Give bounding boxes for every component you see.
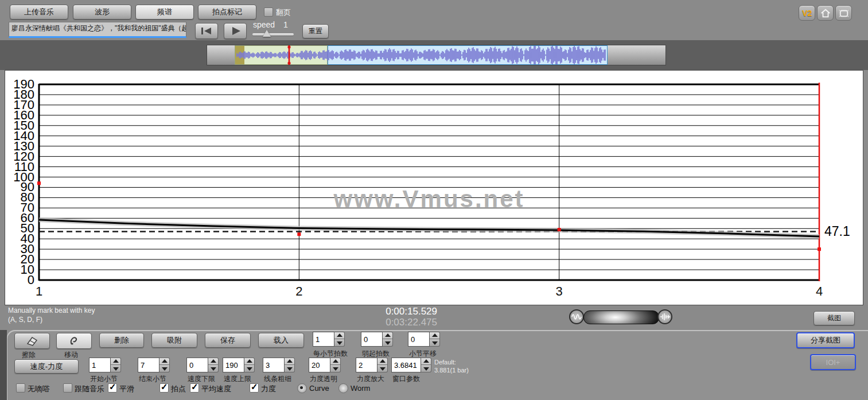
spectrum-button[interactable]: 频谱 <box>135 5 194 20</box>
waveform-overview-strip[interactable] <box>207 45 666 65</box>
curve-radio-label: Curve <box>309 384 329 393</box>
svg-text:47.1: 47.1 <box>824 224 850 239</box>
waveform-arrow-button[interactable] <box>657 309 672 324</box>
start-bar-arrows[interactable] <box>111 358 121 372</box>
tempo-chart[interactable]: 0102030405060708090100110120130140150160… <box>5 71 863 305</box>
line-width-label: 线条粗细 <box>264 374 291 384</box>
vmus-app: 上传音乐 波形 频谱 拍点标记 翻页 廖昌永深情献唱《共和国之恋》，"我和我的祖… <box>0 0 868 400</box>
share-screenshot-button[interactable]: 分享截图 <box>796 332 855 348</box>
beats-per-bar-arrows[interactable] <box>334 332 345 347</box>
average-tempo-label: 平均速度 <box>201 384 231 394</box>
dynamics-opacity-arrows[interactable] <box>330 358 341 372</box>
no-tick-checkbox[interactable] <box>16 383 25 393</box>
dynamics-scale-label: 力度放大 <box>357 374 384 384</box>
beats-per-bar-value[interactable]: 1 <box>313 332 334 347</box>
flip-page-label: 翻页 <box>276 7 291 18</box>
curve-radio[interactable] <box>297 383 307 393</box>
end-bar-arrows[interactable] <box>159 358 170 372</box>
tempo-dynamics-mode-button[interactable]: 速度-力度 <box>14 359 79 374</box>
bar-shift-arrows[interactable] <box>430 332 440 347</box>
end-bar-value[interactable]: 7 <box>138 358 159 372</box>
skip-start-button[interactable] <box>195 23 218 39</box>
tempo-min-arrows[interactable] <box>208 358 219 372</box>
smooth-label: 平滑 <box>119 384 134 394</box>
dynamics-checkbox[interactable] <box>250 383 259 393</box>
window-param-label: 窗口参数 <box>392 374 420 384</box>
move-tool-label: 移动 <box>64 350 78 360</box>
pickup-beats-arrows[interactable] <box>383 332 393 347</box>
beat-points-checkbox[interactable] <box>159 383 169 393</box>
waveform-arrow-icon <box>659 312 671 321</box>
reset-button[interactable]: 重置 <box>302 24 329 38</box>
default-note-line1: Default: <box>434 359 456 366</box>
worm-radio-label: Worm <box>351 384 370 393</box>
bar-shift-spinner[interactable]: 0 <box>408 332 440 347</box>
waveform-plot[interactable] <box>207 45 664 65</box>
tempo-max-spinner[interactable]: 190 <box>223 358 255 372</box>
top-toolbar: 上传音乐 波形 频谱 拍点标记 翻页 廖昌永深情献唱《共和国之恋》，"我和我的祖… <box>0 0 868 41</box>
track-title-input[interactable]: 廖昌永深情献唱《共和国之恋》，"我和我的祖国"盛典（超清 <box>9 22 186 38</box>
smooth-checkbox[interactable] <box>108 383 117 393</box>
save-button[interactable]: 保存 <box>205 333 251 348</box>
window-param-arrows[interactable] <box>421 358 431 372</box>
capture-button[interactable]: 截图 <box>813 311 855 325</box>
pickup-beats-spinner[interactable]: 0 <box>361 332 393 347</box>
dynamics-opacity-label: 力度透明 <box>310 374 337 384</box>
bar-shift-value[interactable]: 0 <box>408 332 430 347</box>
line-width-arrows[interactable] <box>285 358 295 372</box>
flip-page-checkbox[interactable] <box>264 7 273 17</box>
time-current: 0:00:15.529 <box>344 306 437 317</box>
upload-music-button[interactable]: 上传音乐 <box>10 5 68 20</box>
beats-per-bar-spinner[interactable]: 1 <box>313 332 345 347</box>
hint-line-2: (A, S, D, F) <box>8 316 42 324</box>
dynamics-opacity-value[interactable]: 20 <box>309 358 330 372</box>
worm-radio[interactable] <box>338 383 348 393</box>
move-tool-button[interactable] <box>56 333 92 349</box>
dynamics-scale-value[interactable]: 2 <box>356 358 377 372</box>
home-icon <box>820 8 831 18</box>
speed-slider-thumb[interactable] <box>263 30 271 37</box>
delete-button[interactable]: 删除 <box>99 333 144 348</box>
volume-slider[interactable] <box>583 310 659 324</box>
average-tempo-checkbox[interactable] <box>190 383 199 393</box>
waveform-overview-band <box>0 40 868 70</box>
dynamics-scale-arrows[interactable] <box>377 358 388 372</box>
window-param-spinner[interactable]: 3.6841 <box>391 358 431 372</box>
tempo-chart-panel[interactable]: 0102030405060708090100110120130140150160… <box>5 70 863 305</box>
v2-badge-button[interactable]: V2 <box>799 5 815 21</box>
status-bar: Manually mark beat with key (A, S, D, F)… <box>0 305 868 330</box>
speed-slider-track[interactable] <box>252 33 294 36</box>
start-bar-spinner[interactable]: 1 <box>89 358 121 372</box>
start-bar-value[interactable]: 1 <box>89 358 111 372</box>
hint-line-1: Manually mark beat with key <box>8 306 95 314</box>
time-total: 0:03:22.475 <box>344 317 437 328</box>
window-param-value[interactable]: 3.6841 <box>391 358 421 372</box>
dynamics-scale-spinner[interactable]: 2 <box>356 358 388 372</box>
ioi-plus-button[interactable]: IOI+ <box>810 354 856 370</box>
dynamics-label: 力度 <box>261 384 276 394</box>
play-button[interactable] <box>224 23 247 39</box>
waveform-button[interactable]: 波形 <box>73 5 131 20</box>
tempo-min-spinner[interactable]: 0 <box>186 358 219 372</box>
pickup-beats-value[interactable]: 0 <box>361 332 383 347</box>
fullscreen-icon <box>838 8 850 18</box>
home-button[interactable] <box>817 5 834 21</box>
dynamics-opacity-spinner[interactable]: 20 <box>309 358 341 372</box>
fullscreen-button[interactable] <box>835 5 852 21</box>
load-button[interactable]: 载入 <box>258 333 304 348</box>
line-width-spinner[interactable]: 3 <box>263 358 295 372</box>
bottom-left-edge <box>0 330 7 400</box>
tempo-min-value[interactable]: 0 <box>186 358 208 372</box>
snap-button[interactable]: 吸附 <box>151 333 197 348</box>
erase-tool-button[interactable] <box>14 333 50 349</box>
beat-points-label: 拍点 <box>171 384 186 394</box>
end-bar-spinner[interactable]: 7 <box>138 358 170 372</box>
tempo-max-value[interactable]: 190 <box>223 358 244 372</box>
follow-music-checkbox[interactable] <box>63 383 72 393</box>
svg-text:3: 3 <box>556 284 563 298</box>
beat-mark-button[interactable]: 拍点标记 <box>198 5 256 20</box>
move-icon <box>67 335 81 347</box>
volume-wave-button[interactable] <box>569 309 584 324</box>
tempo-max-arrows[interactable] <box>244 358 255 372</box>
line-width-value[interactable]: 3 <box>263 358 285 372</box>
